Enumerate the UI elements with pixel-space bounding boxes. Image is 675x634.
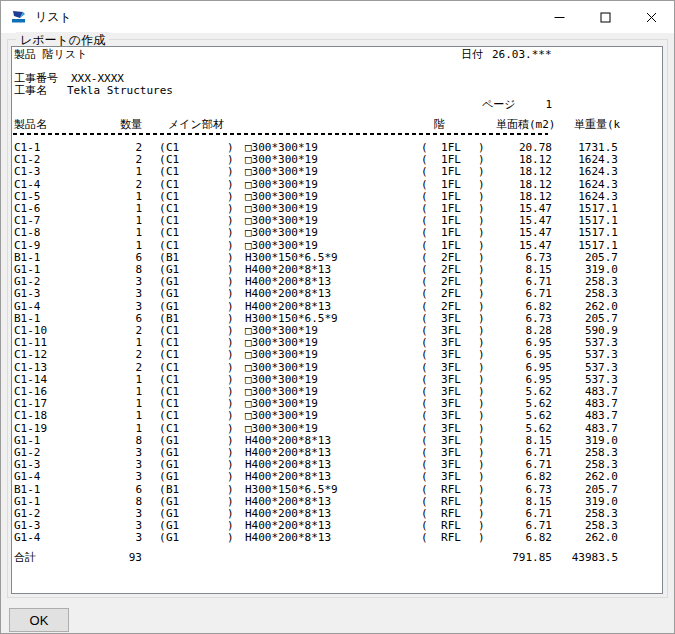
page-label: ページ bbox=[482, 99, 516, 111]
paren-open: ( bbox=[159, 435, 166, 447]
report-row: C1-12(C1)□300*300*19(1FL)20.781731.5 bbox=[12, 142, 662, 154]
cell-tag: B1 bbox=[166, 313, 179, 325]
cell-floor: 2FL bbox=[425, 276, 477, 288]
cell-floor: 1FL bbox=[425, 191, 477, 203]
cell-weight: 1624.3 bbox=[552, 154, 618, 166]
cell-qty: 1 bbox=[97, 374, 142, 386]
cell-floor: RFL bbox=[425, 484, 477, 496]
cell-tag: G1 bbox=[166, 508, 179, 520]
cell-profile: H400*200*8*13 bbox=[245, 508, 331, 520]
paren-open: ( bbox=[159, 166, 166, 178]
cell-name: C1-19 bbox=[14, 423, 47, 435]
cell-profile: □300*300*19 bbox=[245, 337, 318, 349]
cell-tag: C1 bbox=[166, 398, 179, 410]
cell-tag: C1 bbox=[166, 142, 179, 154]
paren-close: ) bbox=[478, 166, 485, 178]
paren-close: ) bbox=[478, 398, 485, 410]
cell-profile: □300*300*19 bbox=[245, 203, 318, 215]
cell-name: C1-3 bbox=[14, 166, 41, 178]
cell-area: 18.12 bbox=[487, 179, 552, 191]
paren-close: ) bbox=[478, 520, 485, 532]
cell-weight: 590.9 bbox=[552, 325, 618, 337]
cell-qty: 1 bbox=[97, 410, 142, 422]
paren-open: ( bbox=[159, 142, 166, 154]
cell-name: G1-2 bbox=[14, 447, 41, 459]
cell-area: 5.62 bbox=[487, 398, 552, 410]
cell-profile: □300*300*19 bbox=[245, 423, 318, 435]
cell-qty: 2 bbox=[97, 154, 142, 166]
cell-weight: 205.7 bbox=[552, 313, 618, 325]
paren-open: ( bbox=[159, 410, 166, 422]
cell-tag: G1 bbox=[166, 276, 179, 288]
cell-qty: 1 bbox=[97, 227, 142, 239]
paren-open: ( bbox=[159, 374, 166, 386]
cell-weight: 319.0 bbox=[552, 264, 618, 276]
dialog-client-area: レポートの作成 製品 階リスト 日付 26.03.*** 工事番号 XXX-XX… bbox=[1, 33, 675, 634]
paren-close: ) bbox=[227, 313, 234, 325]
cell-qty: 3 bbox=[97, 459, 142, 471]
cell-qty: 2 bbox=[97, 349, 142, 361]
cell-floor: 1FL bbox=[425, 154, 477, 166]
paren-close: ) bbox=[227, 374, 234, 386]
close-button[interactable] bbox=[628, 1, 674, 33]
cell-qty: 6 bbox=[97, 313, 142, 325]
cell-weight: 258.3 bbox=[552, 508, 618, 520]
cell-profile: □300*300*19 bbox=[245, 154, 318, 166]
cell-area: 20.78 bbox=[487, 142, 552, 154]
cell-qty: 3 bbox=[97, 532, 142, 544]
paren-open: ( bbox=[159, 288, 166, 300]
cell-name: G1-2 bbox=[14, 276, 41, 288]
cell-area: 6.71 bbox=[487, 276, 552, 288]
paren-open: ( bbox=[159, 203, 166, 215]
cell-name: B1-1 bbox=[14, 252, 41, 264]
cell-floor: 1FL bbox=[425, 240, 477, 252]
cell-qty: 3 bbox=[97, 471, 142, 483]
paren-close: ) bbox=[478, 508, 485, 520]
cell-weight: 537.3 bbox=[552, 337, 618, 349]
minimize-button[interactable] bbox=[536, 1, 582, 33]
paren-open: ( bbox=[159, 252, 166, 264]
cell-floor: 1FL bbox=[425, 166, 477, 178]
report-row: C1-141(C1)□300*300*19(3FL)6.95537.3 bbox=[12, 374, 662, 386]
cell-area: 6.71 bbox=[487, 459, 552, 471]
paren-open: ( bbox=[159, 337, 166, 349]
cell-tag: G1 bbox=[166, 264, 179, 276]
project-name-line: 工事名 Tekla Structures bbox=[12, 85, 662, 97]
maximize-button[interactable] bbox=[582, 1, 628, 33]
ok-button[interactable]: OK bbox=[9, 608, 69, 632]
cell-area: 15.47 bbox=[487, 215, 552, 227]
cell-name: C1-1 bbox=[14, 142, 41, 154]
cell-weight: 319.0 bbox=[552, 496, 618, 508]
report-row: B1-16(B1)H300*150*6.5*9(3FL)6.73205.7 bbox=[12, 313, 662, 325]
cell-name: C1-7 bbox=[14, 215, 41, 227]
report-row: C1-31(C1)□300*300*19(1FL)18.121624.3 bbox=[12, 166, 662, 178]
report-text-panel[interactable]: 製品 階リスト 日付 26.03.*** 工事番号 XXX-XXXX 工事名 T… bbox=[11, 46, 663, 594]
cell-floor: 1FL bbox=[425, 142, 477, 154]
cell-qty: 3 bbox=[97, 447, 142, 459]
paren-close: ) bbox=[478, 252, 485, 264]
paren-close: ) bbox=[478, 337, 485, 349]
report-row: B1-16(B1)H300*150*6.5*9(2FL)6.73205.7 bbox=[12, 252, 662, 264]
cell-tag: C1 bbox=[166, 203, 179, 215]
paren-close: ) bbox=[478, 288, 485, 300]
cell-area: 6.95 bbox=[487, 349, 552, 361]
paren-open: ( bbox=[159, 520, 166, 532]
paren-close: ) bbox=[227, 227, 234, 239]
cell-area: 5.62 bbox=[487, 410, 552, 422]
cell-area: 6.82 bbox=[487, 301, 552, 313]
paren-close: ) bbox=[227, 484, 234, 496]
cell-weight: 483.7 bbox=[552, 398, 618, 410]
cell-area: 6.95 bbox=[487, 337, 552, 349]
cell-name: C1-4 bbox=[14, 179, 41, 191]
paren-close: ) bbox=[478, 349, 485, 361]
paren-close: ) bbox=[478, 191, 485, 203]
cell-floor: 1FL bbox=[425, 215, 477, 227]
paren-close: ) bbox=[227, 215, 234, 227]
cell-profile: H400*200*8*13 bbox=[245, 471, 331, 483]
cell-weight: 258.3 bbox=[552, 447, 618, 459]
cell-weight: 1624.3 bbox=[552, 179, 618, 191]
cell-floor: 3FL bbox=[425, 313, 477, 325]
paren-open: ( bbox=[159, 325, 166, 337]
cell-floor: 2FL bbox=[425, 264, 477, 276]
cell-qty: 1 bbox=[97, 398, 142, 410]
